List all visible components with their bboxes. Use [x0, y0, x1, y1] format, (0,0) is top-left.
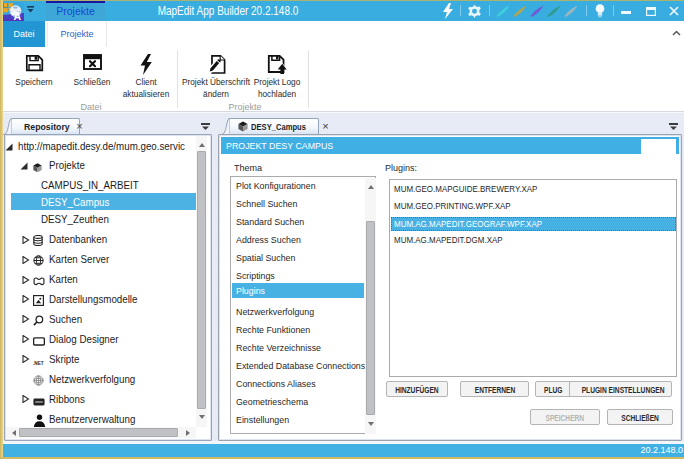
- svg-text:.NET: .NET: [33, 360, 44, 365]
- svg-text:A: A: [13, 10, 21, 22]
